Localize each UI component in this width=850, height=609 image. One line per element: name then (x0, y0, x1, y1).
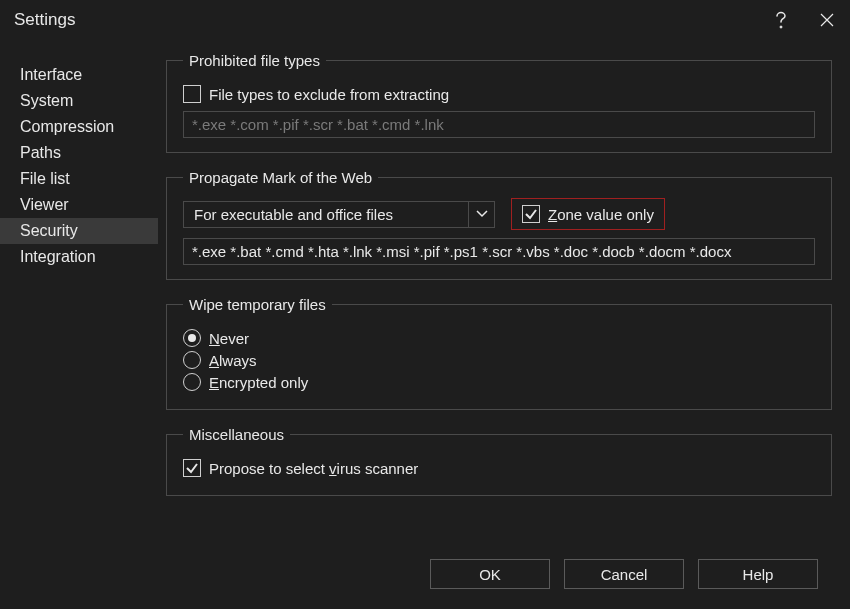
checkbox-exclude-extracting[interactable] (183, 85, 201, 103)
help-icon[interactable] (758, 0, 804, 40)
checkbox-exclude-extracting-label: File types to exclude from extracting (209, 86, 449, 103)
sidebar-item-security[interactable]: Security (0, 218, 158, 244)
help-button[interactable]: Help (698, 559, 818, 589)
ok-button[interactable]: OK (430, 559, 550, 589)
checkbox-zone-value-only[interactable] (522, 205, 540, 223)
sidebar-item-system[interactable]: System (0, 88, 158, 114)
radio-wipe-never-label: Never (209, 330, 249, 347)
radio-wipe-always[interactable] (183, 351, 201, 369)
zone-value-only-box: Zone value only (511, 198, 665, 230)
radio-wipe-encrypted[interactable] (183, 373, 201, 391)
group-motw-legend: Propagate Mark of the Web (183, 169, 378, 186)
group-misc-legend: Miscellaneous (183, 426, 290, 443)
chevron-down-icon (476, 210, 488, 218)
group-prohibited-legend: Prohibited file types (183, 52, 326, 69)
sidebar-item-filelist[interactable]: File list (0, 166, 158, 192)
group-wipe-legend: Wipe temporary files (183, 296, 332, 313)
sidebar-item-integration[interactable]: Integration (0, 244, 158, 270)
group-motw: Propagate Mark of the Web For executable… (166, 169, 832, 280)
sidebar-item-viewer[interactable]: Viewer (0, 192, 158, 218)
sidebar-item-interface[interactable]: Interface (0, 62, 158, 88)
sidebar-item-compression[interactable]: Compression (0, 114, 158, 140)
sidebar-item-paths[interactable]: Paths (0, 140, 158, 166)
group-wipe: Wipe temporary files Never Always Encryp… (166, 296, 832, 410)
sidebar: Interface System Compression Paths File … (0, 40, 158, 609)
textbox-motw-types[interactable]: *.exe *.bat *.cmd *.hta *.lnk *.msi *.pi… (183, 238, 815, 265)
main-panel: Prohibited file types File types to excl… (158, 40, 850, 609)
radio-wipe-encrypted-label: Encrypted only (209, 374, 308, 391)
svg-point-0 (780, 26, 782, 28)
group-prohibited: Prohibited file types File types to excl… (166, 52, 832, 153)
window-title: Settings (14, 10, 75, 30)
close-icon[interactable] (804, 0, 850, 40)
title-bar: Settings (0, 0, 850, 40)
checkbox-propose-virus-scanner[interactable] (183, 459, 201, 477)
radio-wipe-never[interactable] (183, 329, 201, 347)
checkbox-propose-virus-scanner-label: Propose to select virus scanner (209, 460, 418, 477)
footer: OK Cancel Help (166, 559, 832, 609)
cancel-button[interactable]: Cancel (564, 559, 684, 589)
dropdown-motw-mode[interactable]: For executable and office files (183, 201, 469, 228)
radio-wipe-always-label: Always (209, 352, 257, 369)
checkbox-zone-value-only-label: Zone value only (548, 206, 654, 223)
group-misc: Miscellaneous Propose to select virus sc… (166, 426, 832, 496)
textbox-prohibited-types[interactable]: *.exe *.com *.pif *.scr *.bat *.cmd *.ln… (183, 111, 815, 138)
dropdown-motw-chevron[interactable] (469, 201, 495, 228)
